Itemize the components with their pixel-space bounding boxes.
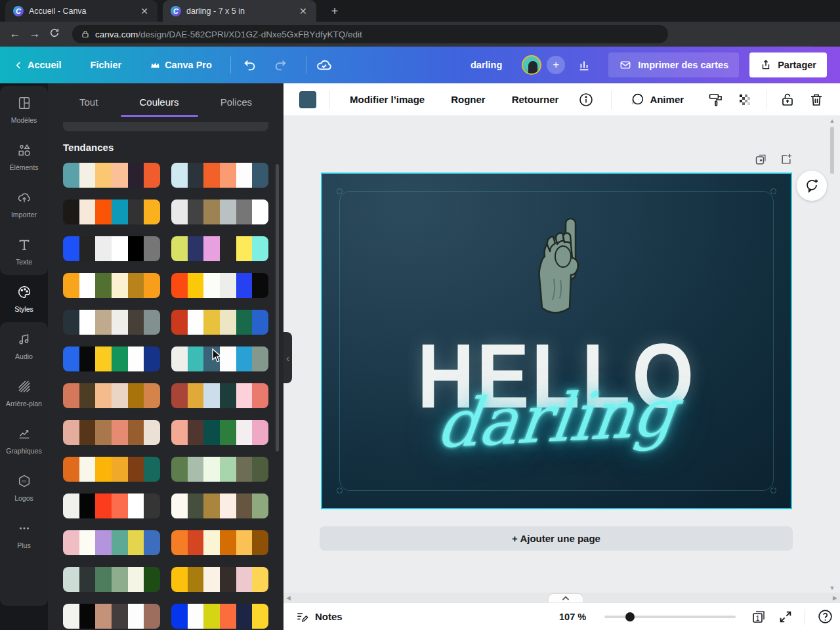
color-swatch[interactable] [236, 604, 253, 629]
color-swatch[interactable] [252, 494, 268, 518]
color-swatch[interactable] [95, 346, 112, 371]
color-swatch[interactable] [171, 236, 188, 261]
scroll-up-icon[interactable]: ▲ [830, 117, 835, 124]
color-swatch[interactable] [220, 200, 236, 224]
color-swatch[interactable] [95, 236, 112, 261]
sidebar-item-audio[interactable]: Audio [0, 322, 48, 369]
color-swatch[interactable] [128, 200, 144, 224]
color-swatch[interactable] [63, 383, 79, 408]
color-swatch[interactable] [203, 530, 220, 555]
color-swatch[interactable] [171, 530, 188, 555]
color-swatch[interactable] [236, 200, 253, 224]
file-menu[interactable]: Fichier [91, 60, 122, 70]
color-swatch[interactable] [79, 310, 96, 335]
expand-panel-tab[interactable] [549, 594, 583, 603]
color-swatch[interactable] [63, 494, 79, 518]
color-swatch[interactable] [63, 310, 79, 335]
color-swatch[interactable] [220, 383, 236, 408]
color-palette[interactable] [171, 420, 268, 445]
color-palette[interactable] [171, 273, 268, 298]
color-swatch[interactable] [188, 383, 204, 408]
color-palette[interactable] [171, 383, 268, 408]
color-swatch[interactable] [236, 310, 253, 335]
color-swatch[interactable] [112, 273, 128, 298]
color-palette[interactable] [171, 457, 268, 482]
scroll-right-icon[interactable]: ▶ [833, 595, 837, 601]
duplicate-page-icon[interactable] [755, 153, 768, 166]
color-swatch[interactable] [63, 567, 79, 592]
color-swatch[interactable] [188, 273, 204, 298]
redo-button[interactable] [273, 58, 287, 72]
color-swatch[interactable] [144, 236, 160, 261]
color-swatch[interactable] [252, 420, 268, 445]
vertical-scrollbar[interactable]: ▲ ▼ [828, 117, 837, 591]
color-swatch[interactable] [63, 420, 79, 445]
color-swatch[interactable] [220, 567, 236, 592]
color-palette[interactable] [63, 530, 160, 555]
color-swatch[interactable] [188, 457, 204, 482]
color-swatch[interactable] [236, 163, 253, 188]
color-swatch[interactable] [188, 163, 204, 188]
color-swatch[interactable] [252, 163, 268, 188]
color-swatch[interactable] [203, 163, 220, 188]
color-swatch[interactable] [236, 383, 253, 408]
color-swatch[interactable] [95, 310, 112, 335]
zoom-value[interactable]: 107 % [559, 612, 586, 622]
color-swatch[interactable] [95, 494, 112, 518]
color-swatch[interactable] [252, 457, 268, 482]
color-swatch[interactable] [171, 273, 188, 298]
color-swatch[interactable] [220, 163, 236, 188]
color-swatch[interactable] [144, 346, 160, 371]
design-page[interactable]: HELLO darling [321, 173, 792, 509]
sidebar-item-importer[interactable]: Importer [0, 180, 48, 228]
url-field[interactable]: canva.com/design/DAE-562CPRI/XD1GZ-dNxe5… [72, 25, 668, 43]
color-swatch[interactable] [144, 457, 160, 482]
color-swatch[interactable] [171, 604, 188, 629]
sidebar-item-elements[interactable]: Éléments [0, 133, 48, 180]
color-swatch[interactable] [79, 567, 96, 592]
color-swatch[interactable] [79, 346, 96, 371]
color-swatch[interactable] [188, 200, 204, 224]
color-swatch[interactable] [171, 163, 188, 188]
color-swatch[interactable] [95, 420, 112, 445]
color-swatch[interactable] [144, 604, 160, 629]
panel-collapse-handle[interactable]: ‹ [284, 332, 292, 383]
toolbar-color-swatch[interactable] [299, 91, 316, 108]
color-swatch[interactable] [144, 310, 160, 335]
color-swatch[interactable] [220, 420, 236, 445]
color-swatch[interactable] [95, 530, 112, 555]
color-swatch[interactable] [128, 420, 144, 445]
new-tab-button[interactable]: + [327, 3, 343, 19]
color-swatch[interactable] [128, 273, 144, 298]
color-swatch[interactable] [188, 567, 204, 592]
color-swatch[interactable] [128, 530, 144, 555]
color-swatch[interactable] [79, 236, 96, 261]
color-palette[interactable] [171, 310, 268, 335]
color-swatch[interactable] [171, 346, 188, 371]
color-swatch[interactable] [144, 567, 160, 592]
color-swatch[interactable] [128, 163, 144, 188]
color-palette[interactable] [63, 567, 160, 592]
color-swatch[interactable] [112, 530, 128, 555]
color-swatch[interactable] [236, 457, 253, 482]
color-swatch[interactable] [112, 420, 128, 445]
color-swatch[interactable] [171, 383, 188, 408]
color-swatch[interactable] [112, 236, 128, 261]
darling-neon-text[interactable]: darling [433, 376, 681, 461]
add-page-icon[interactable] [780, 153, 793, 166]
color-palette[interactable] [63, 236, 160, 261]
crop-button[interactable]: Rogner [451, 94, 486, 105]
color-swatch[interactable] [95, 163, 112, 188]
color-swatch[interactable] [252, 310, 268, 335]
color-palette[interactable] [171, 530, 268, 555]
color-palette[interactable] [171, 200, 268, 224]
color-swatch[interactable] [203, 457, 220, 482]
color-swatch[interactable] [236, 494, 253, 518]
share-button[interactable]: Partager [749, 52, 827, 77]
color-swatch[interactable] [236, 236, 253, 261]
tab-fonts[interactable]: Polices [220, 96, 252, 117]
color-swatch[interactable] [63, 273, 79, 298]
panel-scrollbar[interactable] [276, 164, 279, 452]
color-palette[interactable] [63, 346, 160, 371]
color-swatch[interactable] [252, 604, 268, 629]
